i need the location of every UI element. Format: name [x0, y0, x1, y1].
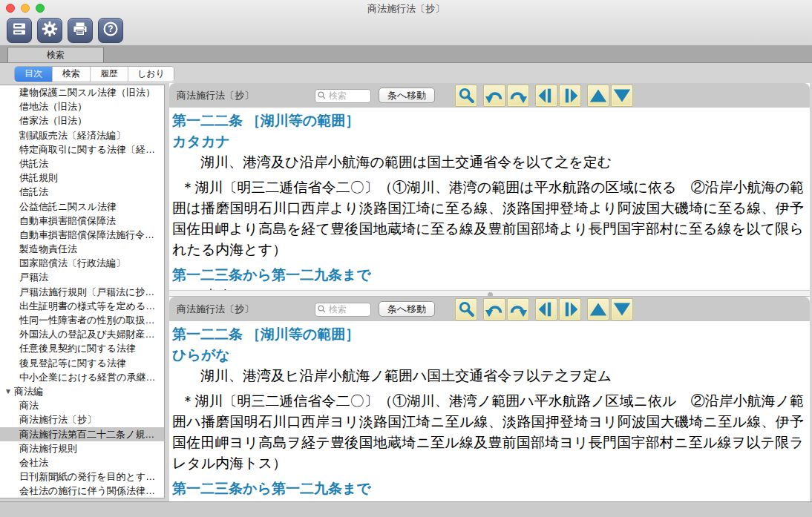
- find-button[interactable]: [455, 298, 477, 320]
- sidebar-list[interactable]: 建物保護ニ関スル法律（旧法）借地法（旧法）借家法（旧法）割賦販売法〔経済法編〕特…: [0, 85, 165, 498]
- title-bar[interactable]: 商法施行法〔抄〕: [0, 0, 812, 16]
- history-back-button[interactable]: [483, 298, 505, 320]
- prev-article-button[interactable]: [535, 85, 557, 107]
- prev-article-button[interactable]: [535, 298, 557, 320]
- status-bar: [0, 501, 812, 517]
- sidebar-item[interactable]: 割賦販売法〔経済法編〕: [0, 128, 164, 142]
- sidebar-item-label: 商法施行規則: [19, 443, 77, 454]
- goto-article-button[interactable]: 条へ移動: [379, 88, 435, 103]
- help-button[interactable]: ?: [98, 18, 123, 43]
- next-article-button[interactable]: [559, 298, 581, 320]
- sidebar-item[interactable]: 借家法（旧法）: [0, 113, 164, 128]
- sidebar-item-label: 建物保護ニ関スル法律（旧法）: [19, 87, 155, 98]
- sidebar-item[interactable]: 商法: [0, 398, 164, 412]
- sidebar-item[interactable]: 日刊新聞紙の発行を目的とす…: [0, 470, 164, 484]
- window-chrome: 商法施行法〔抄〕: [0, 0, 812, 46]
- print-button[interactable]: [68, 18, 93, 43]
- scroll-up-button[interactable]: [587, 298, 609, 320]
- history-forward-button[interactable]: [507, 85, 529, 107]
- script-label: ひらがな: [172, 345, 804, 366]
- sidebar-item-label: 借家法（旧法）: [19, 115, 87, 126]
- sidebar-item[interactable]: 特定商取引に関する法律〔経…: [0, 142, 164, 157]
- sidebar-item-label: 国家賠償法〔行政法編〕: [19, 257, 125, 269]
- down-triangle-icon: [612, 85, 632, 106]
- pane-search-field[interactable]: [315, 302, 371, 316]
- up-triangle-icon: [588, 85, 609, 106]
- sidebar-item[interactable]: 後見登記等に関する法律: [0, 356, 164, 370]
- segment-history[interactable]: 履歴: [91, 67, 128, 82]
- printer-icon: [71, 20, 89, 41]
- disclosure-triangle-icon[interactable]: ▼: [4, 384, 12, 398]
- search-icon: [318, 91, 326, 99]
- find-button[interactable]: [455, 85, 477, 107]
- pane-bottom-document[interactable]: 第一二二条 ［湖川等の範囲］ ひらがな 湖川、港湾及ヒ沿岸小航海ノ範囲ハ国土交通…: [169, 321, 810, 499]
- sidebar-item-label: 商法施行法第百二十二条ノ規…: [19, 429, 154, 440]
- settings-button[interactable]: [37, 18, 62, 43]
- sidebar-item[interactable]: 会社法: [0, 455, 164, 470]
- segment-toc[interactable]: 目次: [15, 67, 53, 82]
- prev-article-icon: [536, 85, 557, 106]
- sidebar-item-label: 供託法: [19, 158, 48, 169]
- sidebar-item[interactable]: 製造物責任法: [0, 242, 164, 256]
- sidebar-item-label: 商法編: [14, 386, 43, 397]
- sidebar-item[interactable]: 性同一性障害者の性別の取扱…: [0, 313, 164, 327]
- sidebar-item-label: 供託規則: [19, 172, 58, 183]
- sidebar-item-label: 出生証明書の様式等を定める…: [19, 300, 155, 312]
- pane-search-field[interactable]: [315, 88, 371, 102]
- sidebar-mode-segments: 目次 検索 履歴 しおり: [14, 66, 174, 82]
- sidebar-item-label: 自動車損害賠償保障法: [19, 215, 116, 226]
- pane-splitter[interactable]: [169, 290, 810, 297]
- sidebar-item-label: 借地法（旧法）: [19, 101, 87, 112]
- sidebar-item[interactable]: 信託法: [0, 185, 164, 199]
- sidebar-item[interactable]: 商法施行規則: [0, 441, 164, 455]
- sidebar-item-label: 後見登記等に関する法律: [19, 358, 126, 369]
- sidebar-item[interactable]: 国家賠償法〔行政法編〕: [0, 256, 164, 270]
- sidebar-item[interactable]: 商法施行法〔抄〕: [0, 412, 164, 427]
- pane-top-header: 商法施行法〔抄〕 条へ移動: [169, 83, 810, 108]
- script-label: カタカナ: [172, 131, 804, 152]
- sidebar-item-label: 商法施行法〔抄〕: [19, 414, 96, 425]
- magnifier-icon: [456, 85, 477, 106]
- sidebar-item[interactable]: 自動車損害賠償保障法施行令…: [0, 228, 164, 242]
- sidebar-item-label: 会社法: [19, 457, 48, 468]
- scroll-down-button[interactable]: [611, 85, 633, 107]
- sidebar-item[interactable]: 自動車損害賠償保障法: [0, 214, 164, 228]
- scroll-up-button[interactable]: [587, 85, 609, 107]
- goto-article-button[interactable]: 条へ移動: [379, 301, 435, 317]
- contents-view-button[interactable]: [7, 18, 32, 43]
- document-tab[interactable]: 検索: [7, 47, 104, 62]
- sidebar-item-label: 日刊新聞紙の発行を目的とす…: [19, 471, 155, 482]
- sidebar-item[interactable]: 中小企業における経営の承継…: [0, 370, 164, 384]
- sidebar-item[interactable]: 建物保護ニ関スル法律（旧法）: [0, 85, 164, 99]
- segment-search[interactable]: 検索: [53, 67, 91, 82]
- window-title: 商法施行法〔抄〕: [0, 2, 812, 16]
- segment-bookmarks[interactable]: しおり: [128, 67, 174, 82]
- pane-top-document[interactable]: 第一二二条 ［湖川等の範囲］ カタカナ 湖川、港湾及ひ沿岸小航海の範囲は国土交通…: [169, 108, 810, 290]
- sidebar-item-label: 商法: [19, 400, 39, 411]
- history-back-button[interactable]: [483, 85, 505, 107]
- sidebar-item-label: 製造物責任法: [19, 243, 77, 254]
- sidebar-item[interactable]: 公益信託ニ関スル法律: [0, 200, 164, 214]
- sidebar-item[interactable]: 会社法の施行に伴う関係法律…: [0, 484, 164, 498]
- app-window: 商法施行法〔抄〕: [0, 0, 812, 517]
- next-article-button[interactable]: [559, 85, 581, 107]
- prev-article-icon: [536, 299, 557, 320]
- sidebar-item-label: 自動車損害賠償保障法施行令…: [19, 229, 154, 240]
- gear-icon: [41, 20, 59, 41]
- sidebar-item[interactable]: 出生証明書の様式等を定める…: [0, 299, 164, 313]
- sidebar-item[interactable]: 任意後見契約に関する法律: [0, 341, 164, 355]
- sidebar-item-label: 任意後見契約に関する法律: [19, 343, 136, 354]
- sidebar-item[interactable]: 商法施行法第百二十二条ノ規…: [0, 427, 164, 441]
- history-forward-button[interactable]: [507, 298, 529, 320]
- scroll-down-button[interactable]: [611, 298, 633, 320]
- sidebar-item[interactable]: 外国法人の登記及び夫婦財産…: [0, 327, 164, 341]
- pane-bottom-header: 商法施行法〔抄〕 条へ移動: [169, 297, 810, 321]
- sidebar-item[interactable]: 供託規則: [0, 171, 164, 185]
- sidebar-item[interactable]: 戸籍法施行規則〔戸籍法に抄…: [0, 285, 164, 299]
- article-body: 湖川、港湾及ひ沿岸小航海の範囲は国土交通省令を以て之を定む: [172, 152, 804, 173]
- sidebar-group-header[interactable]: ▼商法編: [0, 384, 164, 398]
- curved-arrow-left-icon: [484, 299, 505, 320]
- sidebar-item[interactable]: 戸籍法: [0, 270, 164, 284]
- sidebar-item[interactable]: 供託法: [0, 157, 164, 171]
- sidebar-item[interactable]: 借地法（旧法）: [0, 99, 164, 113]
